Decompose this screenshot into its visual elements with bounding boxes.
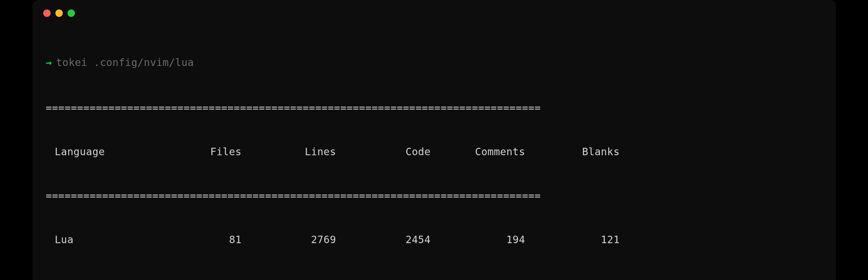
minimize-icon[interactable]: [55, 9, 63, 17]
window-controls: [32, 0, 836, 24]
divider-total: ========================================…: [46, 277, 822, 280]
header-blanks: Blanks: [532, 145, 627, 159]
terminal-content: → tokei .config/nvim/lua ===============…: [32, 24, 836, 280]
divider-header: ========================================…: [46, 189, 822, 203]
maximize-icon[interactable]: [68, 9, 75, 17]
header-lines: Lines: [248, 145, 343, 159]
cell-language: Lua: [46, 233, 154, 247]
prompt-command: tokei .config/nvim/lua: [56, 55, 194, 70]
prompt-arrow-icon: →: [46, 55, 52, 70]
cell-code: 2454: [343, 233, 438, 247]
cell-files: 81: [154, 233, 248, 247]
cell-comments: 194: [438, 233, 532, 247]
close-icon[interactable]: [43, 9, 51, 17]
divider-top: ========================================…: [46, 101, 822, 115]
cell-lines: 2769: [248, 233, 343, 247]
header-comments: Comments: [438, 145, 532, 159]
cell-blanks: 121: [532, 233, 627, 247]
header-language: Language: [46, 145, 154, 159]
header-code: Code: [343, 145, 438, 159]
header-files: Files: [154, 145, 248, 159]
header-row: Language Files Lines Code Comments Blank…: [46, 143, 822, 160]
table-row: Lua 81 2769 2454 194 121: [46, 231, 822, 248]
terminal-window: → tokei .config/nvim/lua ===============…: [32, 0, 836, 280]
prompt-line: → tokei .config/nvim/lua: [46, 55, 822, 70]
